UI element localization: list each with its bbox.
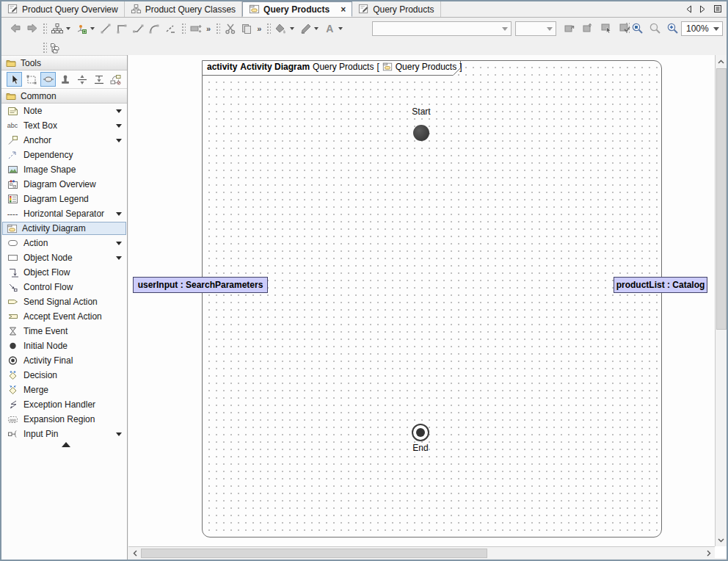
resize-to-fit-button[interactable] xyxy=(188,21,204,37)
palette-item-activity-final[interactable]: Activity Final xyxy=(1,353,127,368)
forward-button[interactable] xyxy=(23,21,40,37)
dropdown-caret-icon[interactable] xyxy=(116,432,122,436)
tab-product-query-classes[interactable]: Product Query Classes xyxy=(125,1,242,17)
style-combobox[interactable] xyxy=(372,21,512,36)
add-related-elements-button[interactable] xyxy=(73,21,90,37)
frame-header[interactable]: activity Activity Diagram Query Products… xyxy=(202,60,461,76)
palette-item-anchor[interactable]: Anchor xyxy=(1,133,127,148)
tab-list-icon[interactable] xyxy=(713,4,722,13)
palette-item-time-event[interactable]: Time Event xyxy=(1,324,127,339)
palette-item-exception-handler[interactable]: Exception Handler xyxy=(1,397,127,412)
dropdown-caret-icon[interactable] xyxy=(116,109,122,113)
select-tool[interactable] xyxy=(7,72,22,87)
dropdown-caret-icon[interactable] xyxy=(314,27,318,30)
tab-query-products[interactable]: Query Products xyxy=(352,1,440,17)
font-color-button[interactable]: A xyxy=(321,21,338,37)
toolbar-drag-handle[interactable] xyxy=(181,22,186,35)
palette-item-diagram-legend[interactable]: Diagram Legend xyxy=(1,192,127,206)
move-into-container-button[interactable] xyxy=(561,20,578,36)
select-in-containment-tree-button[interactable] xyxy=(598,20,614,36)
toolbar-drag-handle[interactable] xyxy=(215,22,220,35)
activity-final-node[interactable] xyxy=(412,424,429,441)
activity-parameter-productlist[interactable]: productList : Catalog xyxy=(614,277,707,293)
activity-frame[interactable]: activity Activity Diagram Query Products… xyxy=(202,60,662,538)
scroll-down-button[interactable] xyxy=(716,535,727,546)
layout-button[interactable] xyxy=(49,21,65,37)
palette-item-horizontal-separator[interactable]: ---- Horizontal Separator xyxy=(1,206,127,221)
tab-close-icon[interactable]: × xyxy=(341,5,346,14)
toolbar-overflow-icon[interactable]: » xyxy=(206,24,211,33)
toolbar-overflow-icon[interactable]: » xyxy=(257,24,261,33)
palette-item-diagram-overview[interactable]: Diagram Overview xyxy=(1,177,127,192)
cut-button[interactable] xyxy=(222,21,239,37)
vertical-scrollbar[interactable] xyxy=(715,55,727,546)
palette-item-input-pin[interactable]: Input Pin xyxy=(1,427,127,441)
containment-tree-button[interactable] xyxy=(47,40,63,56)
align-tool[interactable] xyxy=(91,72,106,87)
horizontal-scroll-thumb[interactable] xyxy=(141,549,487,558)
activity-parameter-userinput[interactable]: userInput : SearchParameters xyxy=(133,277,268,293)
copy-button[interactable] xyxy=(239,21,255,37)
scroll-right-button[interactable] xyxy=(703,548,714,559)
line-color-button[interactable] xyxy=(297,21,313,37)
tab-product-query-overview[interactable]: Product Query Overview xyxy=(1,1,125,17)
dropdown-caret-icon[interactable] xyxy=(338,27,343,30)
line-style-rectilinear-button[interactable] xyxy=(114,21,130,37)
palette-item-note[interactable]: Note xyxy=(1,104,127,118)
palette-item-initial-node[interactable]: Initial Node xyxy=(1,339,127,353)
scroll-tabs-left-icon[interactable] xyxy=(685,5,692,13)
toolbar-drag-handle[interactable] xyxy=(266,22,271,35)
dropdown-caret-icon[interactable] xyxy=(290,27,294,30)
palette-item-decision[interactable]: Decision xyxy=(1,368,127,383)
toolbar-drag-handle[interactable] xyxy=(42,22,47,35)
sticky-mode-tool[interactable] xyxy=(57,72,73,87)
size-combobox[interactable] xyxy=(515,21,556,36)
zoom-region-button[interactable] xyxy=(629,20,645,36)
palette-item-object-flow[interactable]: Object Flow xyxy=(1,265,127,280)
dropdown-caret-icon[interactable] xyxy=(90,27,95,30)
diagram-canvas[interactable]: activity Activity Diagram Query Products… xyxy=(128,55,715,546)
palette-item-control-flow[interactable]: Control Flow xyxy=(1,280,127,294)
tab-query-products-active[interactable]: Query Products × xyxy=(242,1,352,17)
zoom-fit-button[interactable] xyxy=(647,20,663,36)
line-style-oblique-button[interactable] xyxy=(130,21,146,37)
zoom-in-button[interactable] xyxy=(664,20,680,36)
palette-item-image-shape[interactable]: Image Shape xyxy=(1,162,127,177)
initial-node[interactable] xyxy=(413,125,429,141)
link-tool[interactable] xyxy=(40,72,56,87)
palette-item-action[interactable]: Action xyxy=(1,236,127,250)
vertical-scroll-thumb[interactable] xyxy=(716,68,727,330)
palette-item-send-signal-action[interactable]: Send Signal Action xyxy=(1,294,127,309)
dropdown-caret-icon[interactable] xyxy=(66,27,70,30)
toolbar-drag-handle[interactable] xyxy=(42,41,47,54)
scroll-tabs-right-icon[interactable] xyxy=(699,5,706,13)
move-out-of-container-button[interactable] xyxy=(580,20,596,36)
palette-item-dependency[interactable]: Dependency xyxy=(1,148,127,162)
dropdown-caret-icon[interactable] xyxy=(116,256,122,260)
dropdown-caret-icon[interactable] xyxy=(116,212,122,216)
palette-item-expansion-region[interactable]: Expansion Region xyxy=(1,412,127,427)
palette-item-text-box[interactable]: abc Text Box xyxy=(1,118,127,133)
line-style-curved-button[interactable] xyxy=(146,21,162,37)
back-button[interactable] xyxy=(7,21,23,37)
horizontal-scrollbar[interactable] xyxy=(128,546,715,558)
palette-item-object-node[interactable]: Object Node xyxy=(1,250,127,265)
zoom-level-combobox[interactable]: 100% xyxy=(681,21,723,36)
palette-scroll-up-icon[interactable] xyxy=(62,442,70,447)
palette-section-tools[interactable]: Tools xyxy=(1,55,127,70)
palette-section-activity-diagram[interactable]: Activity Diagram xyxy=(2,222,126,235)
line-style-straight-button[interactable] xyxy=(98,21,114,37)
convert-element-tool[interactable] xyxy=(108,72,123,87)
palette-section-common[interactable]: Common xyxy=(1,88,127,104)
palette-item-accept-event-action[interactable]: Accept Event Action xyxy=(1,309,127,324)
dropdown-caret-icon[interactable] xyxy=(116,139,122,142)
scroll-up-button[interactable] xyxy=(716,56,727,67)
fill-color-button[interactable] xyxy=(273,21,289,37)
dropdown-caret-icon[interactable] xyxy=(116,124,122,128)
dropdown-caret-icon[interactable] xyxy=(116,242,122,245)
line-style-dashed-button[interactable] xyxy=(162,21,178,37)
distribute-vertically-tool[interactable] xyxy=(74,72,90,87)
scroll-left-button[interactable] xyxy=(129,548,140,559)
palette-item-merge[interactable]: Merge xyxy=(1,383,127,397)
marquee-select-tool[interactable] xyxy=(23,72,39,87)
